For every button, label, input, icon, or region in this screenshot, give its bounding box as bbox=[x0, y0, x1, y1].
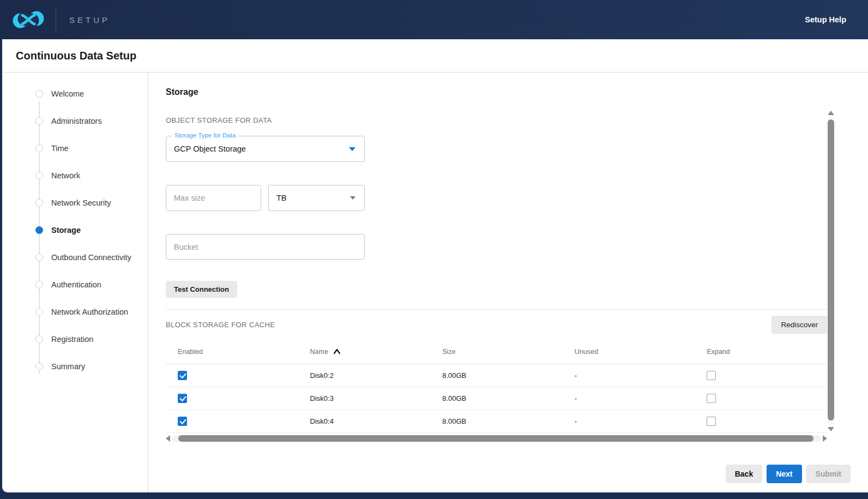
scroll-left-icon[interactable] bbox=[166, 435, 170, 442]
setup-brand-label: SETUP bbox=[69, 15, 110, 25]
step-label: Administrators bbox=[51, 117, 102, 125]
step-authentication[interactable]: Authentication bbox=[2, 271, 148, 298]
object-storage-heading: OBJECT STORAGE FOR DATA bbox=[166, 116, 827, 124]
storage-type-select[interactable]: Storage Type for Data GCP Object Storage bbox=[166, 136, 365, 162]
enabled-checkbox[interactable] bbox=[178, 417, 187, 426]
scroll-down-icon[interactable] bbox=[828, 427, 834, 431]
disk-unused: - bbox=[563, 410, 695, 433]
vertical-scroll-track[interactable] bbox=[828, 117, 834, 425]
enabled-checkbox[interactable] bbox=[178, 394, 187, 403]
expand-checkbox[interactable] bbox=[707, 371, 716, 380]
wizard-stepper: Welcome Administrators Time Network Netw… bbox=[2, 73, 148, 492]
setup-card: Continuous Data Setup Welcome Administra… bbox=[2, 39, 868, 492]
column-header-enabled[interactable]: Enabled bbox=[166, 339, 298, 364]
step-outbound-connectivity[interactable]: Outbound Connectivity bbox=[2, 244, 148, 271]
scroll-right-icon[interactable] bbox=[823, 435, 827, 442]
unit-value: TB bbox=[276, 194, 287, 202]
step-circle-icon bbox=[35, 117, 43, 125]
table-row: Disk0:2 8.00GB - bbox=[166, 364, 827, 387]
step-circle-icon bbox=[35, 254, 43, 261]
step-label: Storage bbox=[51, 226, 81, 235]
disk-name: Disk0:3 bbox=[298, 387, 431, 410]
disk-size: 8.00GB bbox=[430, 387, 563, 410]
vertical-scroll-thumb[interactable] bbox=[828, 119, 834, 420]
step-circle-icon bbox=[35, 199, 43, 207]
enabled-checkbox[interactable] bbox=[178, 371, 187, 380]
step-label: Registration bbox=[51, 335, 93, 344]
storage-panel: Storage OBJECT STORAGE FOR DATA Storage … bbox=[148, 73, 868, 492]
delphix-logo-icon bbox=[12, 8, 45, 31]
horizontal-scroll-track[interactable] bbox=[172, 435, 821, 442]
step-circle-icon bbox=[35, 281, 43, 288]
step-label: Outbound Connectivity bbox=[51, 253, 131, 262]
storage-section-title: Storage bbox=[166, 87, 827, 97]
step-time[interactable]: Time bbox=[2, 135, 148, 162]
table-row: Disk0:4 8.00GB - bbox=[166, 410, 827, 433]
step-registration[interactable]: Registration bbox=[2, 326, 148, 353]
step-circle-icon bbox=[35, 172, 43, 179]
column-header-name[interactable]: Name bbox=[298, 339, 431, 364]
chevron-down-icon bbox=[349, 147, 355, 151]
disk-unused: - bbox=[563, 364, 695, 387]
column-header-size[interactable]: Size bbox=[430, 339, 563, 364]
next-button[interactable]: Next bbox=[767, 465, 801, 483]
topbar-divider bbox=[56, 8, 56, 31]
disk-name: Disk0:4 bbox=[298, 410, 431, 433]
horizontal-scroll-thumb[interactable] bbox=[178, 435, 813, 442]
block-storage-table: Enabled Name Size Unused Expand Disk0:2 … bbox=[166, 339, 827, 433]
step-label: Authentication bbox=[51, 280, 101, 289]
step-network-security[interactable]: Network Security bbox=[2, 189, 148, 217]
storage-type-label: Storage Type for Data bbox=[172, 132, 238, 139]
step-circle-icon bbox=[35, 335, 43, 343]
vertical-scrollbar[interactable] bbox=[828, 111, 834, 431]
chevron-down-icon bbox=[350, 196, 355, 200]
column-header-unused[interactable]: Unused bbox=[563, 339, 695, 364]
scroll-up-icon[interactable] bbox=[828, 111, 834, 115]
setup-help-link[interactable]: Setup Help bbox=[805, 15, 846, 24]
step-label: Summary bbox=[51, 362, 85, 371]
rediscover-button[interactable]: Rediscover bbox=[771, 316, 827, 334]
test-connection-button[interactable]: Test Connection bbox=[166, 281, 237, 298]
step-label: Network Security bbox=[51, 199, 111, 207]
storage-type-value: GCP Object Storage bbox=[174, 145, 246, 153]
table-row: Disk0:3 8.00GB - bbox=[166, 387, 827, 410]
step-summary[interactable]: Summary bbox=[2, 353, 148, 380]
block-storage-heading: BLOCK STORAGE FOR CACHE bbox=[166, 321, 275, 329]
step-label: Welcome bbox=[51, 89, 84, 98]
disk-size: 8.00GB bbox=[430, 410, 563, 433]
step-network-authorization[interactable]: Network Authorization bbox=[2, 298, 148, 326]
step-network[interactable]: Network bbox=[2, 162, 148, 189]
disk-unused: - bbox=[563, 387, 695, 410]
expand-checkbox[interactable] bbox=[707, 394, 716, 403]
step-circle-icon bbox=[35, 226, 43, 234]
step-administrators[interactable]: Administrators bbox=[2, 107, 148, 135]
wizard-actions: Back Next Submit bbox=[726, 465, 851, 483]
disk-name: Disk0:2 bbox=[298, 364, 431, 387]
max-size-input[interactable] bbox=[166, 185, 261, 211]
section-divider bbox=[166, 309, 827, 310]
step-storage[interactable]: Storage bbox=[2, 217, 148, 244]
step-circle-icon bbox=[35, 363, 43, 370]
bucket-input[interactable] bbox=[166, 234, 365, 260]
disk-size: 8.00GB bbox=[430, 364, 563, 387]
step-circle-icon bbox=[35, 145, 43, 152]
unit-select[interactable]: TB bbox=[268, 185, 365, 211]
step-circle-icon bbox=[35, 308, 43, 316]
sort-ascending-icon bbox=[333, 348, 341, 354]
step-welcome[interactable]: Welcome bbox=[2, 80, 148, 107]
horizontal-scrollbar[interactable] bbox=[166, 435, 827, 442]
top-app-bar: SETUP Setup Help bbox=[0, 0, 868, 39]
step-label: Network bbox=[51, 171, 80, 180]
expand-checkbox[interactable] bbox=[707, 417, 716, 426]
page-header: Continuous Data Setup bbox=[2, 39, 868, 73]
step-circle-icon bbox=[35, 90, 43, 98]
step-label: Network Authorization bbox=[51, 308, 128, 316]
back-button[interactable]: Back bbox=[726, 465, 762, 483]
submit-button[interactable]: Submit bbox=[806, 465, 851, 483]
step-label: Time bbox=[51, 144, 69, 153]
column-header-expand[interactable]: Expand bbox=[695, 339, 827, 364]
page-title: Continuous Data Setup bbox=[16, 50, 136, 62]
